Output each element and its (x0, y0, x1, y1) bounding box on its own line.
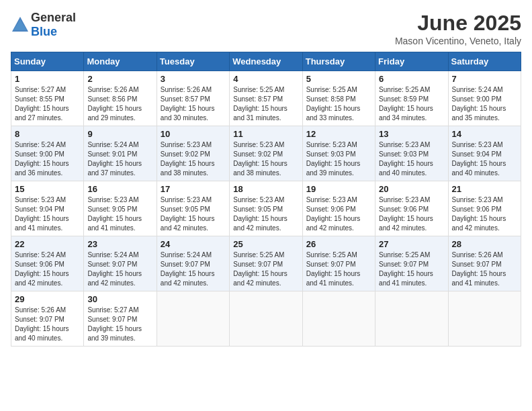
header-thursday: Thursday (302, 52, 375, 71)
header-monday: Monday (84, 52, 157, 71)
day-cell-w4-d4: 26Sunrise: 5:25 AM Sunset: 9:07 PM Dayli… (302, 236, 375, 291)
day-cell-w3-d3: 18Sunrise: 5:23 AM Sunset: 9:05 PM Dayli… (230, 181, 302, 236)
day-number: 20 (379, 184, 444, 194)
day-info: Sunrise: 5:23 AM Sunset: 9:06 PM Dayligh… (379, 195, 444, 233)
day-number: 6 (379, 74, 444, 84)
day-cell-w1-d3: 4Sunrise: 5:25 AM Sunset: 8:57 PM Daylig… (230, 71, 302, 126)
day-info: Sunrise: 5:25 AM Sunset: 9:07 PM Dayligh… (379, 250, 444, 288)
day-cell-w4-d1: 23Sunrise: 5:24 AM Sunset: 9:07 PM Dayli… (84, 236, 157, 291)
day-number: 24 (161, 239, 226, 249)
week-row-5: 29Sunrise: 5:26 AM Sunset: 9:07 PM Dayli… (11, 291, 521, 347)
day-number: 9 (87, 129, 152, 139)
day-info: Sunrise: 5:25 AM Sunset: 8:57 PM Dayligh… (233, 85, 298, 123)
day-info: Sunrise: 5:24 AM Sunset: 9:06 PM Dayligh… (15, 250, 80, 288)
day-cell-w3-d4: 19Sunrise: 5:23 AM Sunset: 9:06 PM Dayli… (302, 181, 375, 236)
day-number: 7 (452, 74, 517, 84)
day-number: 10 (161, 129, 226, 139)
day-info: Sunrise: 5:23 AM Sunset: 9:05 PM Dayligh… (161, 195, 226, 233)
title-area: June 2025 Mason Vicentino, Veneto, Italy (395, 11, 521, 46)
day-number: 3 (161, 74, 226, 84)
header-wednesday: Wednesday (230, 52, 302, 71)
day-info: Sunrise: 5:26 AM Sunset: 8:57 PM Dayligh… (161, 85, 226, 123)
day-info: Sunrise: 5:24 AM Sunset: 9:07 PM Dayligh… (161, 250, 226, 288)
day-cell-w5-d4 (302, 291, 375, 347)
logo-icon (11, 15, 30, 34)
day-info: Sunrise: 5:27 AM Sunset: 9:07 PM Dayligh… (87, 306, 152, 343)
header-friday: Friday (375, 52, 448, 71)
day-cell-w1-d1: 2Sunrise: 5:26 AM Sunset: 8:56 PM Daylig… (84, 71, 157, 126)
day-cell-w2-d1: 9Sunrise: 5:24 AM Sunset: 9:01 PM Daylig… (84, 126, 157, 181)
day-number: 21 (452, 184, 517, 194)
day-cell-w2-d3: 11Sunrise: 5:23 AM Sunset: 9:02 PM Dayli… (230, 126, 302, 181)
day-info: Sunrise: 5:24 AM Sunset: 9:00 PM Dayligh… (452, 85, 517, 123)
day-number: 16 (87, 184, 152, 194)
day-cell-w3-d0: 15Sunrise: 5:23 AM Sunset: 9:04 PM Dayli… (11, 181, 84, 236)
day-number: 5 (306, 74, 371, 84)
day-number: 25 (233, 239, 298, 249)
day-cell-w3-d1: 16Sunrise: 5:23 AM Sunset: 9:05 PM Dayli… (84, 181, 157, 236)
day-info: Sunrise: 5:26 AM Sunset: 8:56 PM Dayligh… (87, 85, 152, 123)
day-number: 19 (306, 184, 371, 194)
day-cell-w5-d3 (230, 291, 302, 347)
logo-general-text: General (31, 11, 76, 24)
day-number: 14 (452, 129, 517, 139)
day-cell-w5-d2 (157, 291, 229, 347)
day-cell-w1-d4: 5Sunrise: 5:25 AM Sunset: 8:58 PM Daylig… (302, 71, 375, 126)
day-number: 8 (15, 129, 80, 139)
logo-blue-text: Blue (31, 25, 57, 38)
day-cell-w5-d5 (375, 291, 448, 347)
day-info: Sunrise: 5:23 AM Sunset: 9:03 PM Dayligh… (379, 140, 444, 178)
location-title: Mason Vicentino, Veneto, Italy (395, 36, 521, 46)
day-cell-w4-d3: 25Sunrise: 5:25 AM Sunset: 9:07 PM Dayli… (230, 236, 302, 291)
day-cell-w4-d6: 28Sunrise: 5:26 AM Sunset: 9:07 PM Dayli… (448, 236, 521, 291)
svg-marker-1 (13, 19, 27, 30)
month-title: June 2025 (395, 11, 521, 36)
week-row-3: 15Sunrise: 5:23 AM Sunset: 9:04 PM Dayli… (11, 181, 521, 236)
day-cell-w4-d2: 24Sunrise: 5:24 AM Sunset: 9:07 PM Dayli… (157, 236, 229, 291)
day-cell-w1-d6: 7Sunrise: 5:24 AM Sunset: 9:00 PM Daylig… (448, 71, 521, 126)
day-cell-w2-d2: 10Sunrise: 5:23 AM Sunset: 9:02 PM Dayli… (157, 126, 229, 181)
day-info: Sunrise: 5:24 AM Sunset: 9:01 PM Dayligh… (87, 140, 152, 178)
header-saturday: Saturday (448, 52, 521, 71)
day-info: Sunrise: 5:23 AM Sunset: 9:04 PM Dayligh… (452, 140, 517, 178)
day-cell-w2-d0: 8Sunrise: 5:24 AM Sunset: 9:00 PM Daylig… (11, 126, 84, 181)
day-info: Sunrise: 5:25 AM Sunset: 8:59 PM Dayligh… (379, 85, 444, 123)
day-number: 1 (15, 74, 80, 84)
day-info: Sunrise: 5:23 AM Sunset: 9:06 PM Dayligh… (306, 195, 371, 233)
day-number: 11 (233, 129, 298, 139)
week-row-2: 8Sunrise: 5:24 AM Sunset: 9:00 PM Daylig… (11, 126, 521, 181)
calendar-table: Sunday Monday Tuesday Wednesday Thursday… (11, 52, 521, 347)
week-row-4: 22Sunrise: 5:24 AM Sunset: 9:06 PM Dayli… (11, 236, 521, 291)
day-cell-w1-d0: 1Sunrise: 5:27 AM Sunset: 8:55 PM Daylig… (11, 71, 84, 126)
day-cell-w2-d4: 12Sunrise: 5:23 AM Sunset: 9:03 PM Dayli… (302, 126, 375, 181)
day-cell-w5-d1: 30Sunrise: 5:27 AM Sunset: 9:07 PM Dayli… (84, 291, 157, 347)
day-number: 12 (306, 129, 371, 139)
days-header-row: Sunday Monday Tuesday Wednesday Thursday… (11, 52, 521, 71)
day-number: 28 (452, 239, 517, 249)
day-info: Sunrise: 5:23 AM Sunset: 9:02 PM Dayligh… (161, 140, 226, 178)
day-cell-w3-d2: 17Sunrise: 5:23 AM Sunset: 9:05 PM Dayli… (157, 181, 229, 236)
day-number: 26 (306, 239, 371, 249)
day-info: Sunrise: 5:24 AM Sunset: 9:00 PM Dayligh… (15, 140, 80, 178)
day-info: Sunrise: 5:25 AM Sunset: 9:07 PM Dayligh… (306, 250, 371, 288)
day-info: Sunrise: 5:23 AM Sunset: 9:05 PM Dayligh… (233, 195, 298, 233)
day-number: 17 (161, 184, 226, 194)
day-number: 4 (233, 74, 298, 84)
logo: General Blue (11, 11, 76, 39)
day-info: Sunrise: 5:24 AM Sunset: 9:07 PM Dayligh… (87, 250, 152, 288)
day-cell-w4-d0: 22Sunrise: 5:24 AM Sunset: 9:06 PM Dayli… (11, 236, 84, 291)
day-number: 22 (15, 239, 80, 249)
day-cell-w2-d5: 13Sunrise: 5:23 AM Sunset: 9:03 PM Dayli… (375, 126, 448, 181)
day-cell-w4-d5: 27Sunrise: 5:25 AM Sunset: 9:07 PM Dayli… (375, 236, 448, 291)
day-number: 13 (379, 129, 444, 139)
day-info: Sunrise: 5:23 AM Sunset: 9:02 PM Dayligh… (233, 140, 298, 178)
day-info: Sunrise: 5:23 AM Sunset: 9:03 PM Dayligh… (306, 140, 371, 178)
day-number: 27 (379, 239, 444, 249)
day-cell-w5-d6 (448, 291, 521, 347)
day-cell-w3-d5: 20Sunrise: 5:23 AM Sunset: 9:06 PM Dayli… (375, 181, 448, 236)
day-number: 2 (87, 74, 152, 84)
day-cell-w3-d6: 21Sunrise: 5:23 AM Sunset: 9:06 PM Dayli… (448, 181, 521, 236)
header: General Blue June 2025 Mason Vicentino, … (11, 11, 521, 46)
day-cell-w1-d5: 6Sunrise: 5:25 AM Sunset: 8:59 PM Daylig… (375, 71, 448, 126)
day-info: Sunrise: 5:25 AM Sunset: 9:07 PM Dayligh… (233, 250, 298, 288)
